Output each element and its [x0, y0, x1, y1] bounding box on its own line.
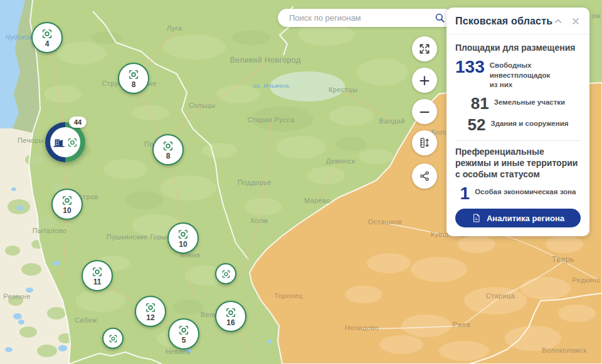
marker-count: 16	[226, 319, 235, 326]
map-marker[interactable]: 8	[152, 134, 184, 165]
stat-label: Земельные участки	[494, 95, 565, 108]
marker-count: 5	[182, 336, 186, 344]
target-icon	[221, 269, 231, 279]
marker-count: 12	[146, 314, 154, 321]
marker-count: 10	[63, 207, 71, 214]
analytics-button-label: Аналитика региона	[487, 214, 564, 223]
stat-label: Свободных инвестплощадок из них	[490, 58, 581, 90]
target-icon	[41, 28, 53, 39]
stat-label: Особая экономическая зона	[475, 185, 576, 197]
stat-value: 1	[460, 185, 470, 202]
target-icon	[128, 69, 139, 80]
stat-sez: 1 Особая экономическая зона	[455, 185, 581, 202]
map-marker[interactable]: 10	[51, 189, 83, 220]
target-icon	[108, 334, 118, 343]
collapse-panel-button[interactable]	[553, 16, 563, 26]
marker-count: 8	[132, 81, 136, 88]
sites-heading: Площадки для размещения	[455, 42, 581, 53]
share-icon	[418, 170, 431, 182]
region-search[interactable]	[278, 9, 453, 27]
map-marker[interactable]: 11	[82, 260, 113, 291]
chevron-up-icon	[553, 16, 563, 26]
zoom-out-button[interactable]: −	[412, 99, 437, 124]
target-icon	[178, 325, 189, 336]
measure-button[interactable]	[412, 130, 437, 155]
map-marker[interactable]	[102, 328, 124, 349]
map-marker[interactable]: 8	[118, 63, 149, 94]
expand-icon	[418, 43, 431, 55]
cluster-marker[interactable]: 44	[45, 122, 85, 162]
document-analytics-icon	[472, 213, 482, 223]
map-marker[interactable]: 10	[167, 222, 199, 254]
target-icon	[61, 195, 73, 206]
panel-body: Площадки для размещения 133 Свободных ин…	[446, 34, 589, 236]
divider	[455, 140, 581, 141]
share-button[interactable]	[412, 164, 437, 189]
pref-heading: Преференциальные режимы и иные территори…	[455, 146, 581, 180]
target-icon	[177, 229, 189, 240]
target-icon	[145, 302, 156, 313]
cluster-inner	[50, 127, 80, 157]
building-icon	[53, 136, 65, 148]
fullscreen-button[interactable]	[412, 36, 437, 61]
ruler-icon	[418, 137, 431, 149]
stat-land-plots: 81 Земельные участки	[455, 95, 581, 112]
target-icon	[67, 137, 78, 148]
stat-buildings: 52 Здания и сооружения	[455, 117, 581, 133]
map-marker[interactable]: 5	[168, 318, 199, 350]
region-title: Псковская область	[455, 16, 553, 27]
close-icon	[571, 16, 581, 26]
map-marker[interactable]: 16	[215, 301, 246, 332]
target-icon	[92, 266, 103, 278]
target-icon	[162, 140, 174, 152]
search-icon[interactable]	[434, 12, 446, 24]
marker-count: 11	[93, 278, 102, 286]
zoom-in-button[interactable]: +	[412, 68, 437, 93]
stat-value: 52	[468, 117, 486, 133]
region-info-panel: Псковская область Площадки для размещени…	[446, 8, 589, 236]
lake-ilmen	[270, 71, 345, 101]
marker-count: 10	[179, 241, 187, 248]
search-input[interactable]	[288, 13, 434, 23]
map-marker[interactable]: 12	[135, 296, 166, 327]
marker-count: 8	[166, 152, 171, 160]
target-icon	[225, 307, 236, 318]
map-marker[interactable]: 4	[31, 22, 63, 53]
investment-map-app: ЛугаВеликий НовгородСтруги КрасныеСольцы…	[0, 0, 602, 364]
cluster-count-badge: 44	[69, 117, 87, 128]
stat-free-sites: 133 Свободных инвестплощадок из них	[455, 58, 581, 90]
stat-label: Здания и сооружения	[490, 117, 568, 129]
close-panel-button[interactable]	[571, 16, 581, 26]
map-marker[interactable]	[215, 263, 236, 284]
stat-value: 81	[471, 95, 489, 112]
stat-value: 133	[455, 58, 485, 76]
panel-header: Псковская область	[446, 8, 589, 34]
marker-count: 4	[45, 40, 50, 48]
region-analytics-button[interactable]: Аналитика региона	[455, 209, 581, 227]
